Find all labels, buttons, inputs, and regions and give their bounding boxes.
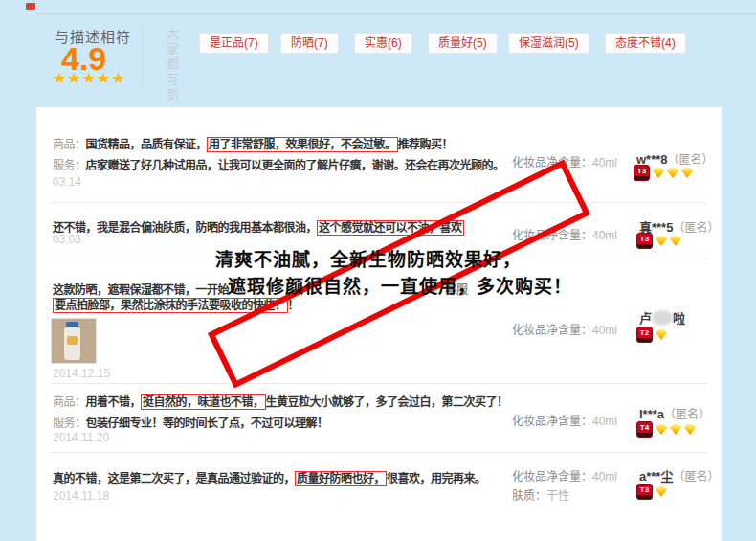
reviewer-id: a***尘 [639, 469, 673, 484]
diamond-icon [653, 168, 664, 178]
reviewer-name: l***a（匿名） [639, 405, 710, 421]
sku-spec: 化妆品净含量：40ml [512, 412, 617, 428]
review-text: 商品：国货精品，品质有保证，用了非常舒服，效果很好，不会过敏。推荐购买！ [53, 135, 453, 151]
diamond-icon [670, 236, 681, 246]
tag-quality-button[interactable]: 质量好(5) [428, 33, 498, 54]
reviewer-credit: T3 [634, 165, 693, 181]
highlighted-segment: 用了非常舒服，效果很好，不会过敏。 [207, 137, 398, 152]
review-date: 2014.12.15 [53, 367, 110, 380]
review-text: 还不错，我是混合偏油肤质，防晒的我用基本都很油，这个感觉就还可以不油，喜欢 [53, 218, 464, 235]
review-date: 03.14 [53, 175, 81, 189]
diamond-icon [656, 329, 667, 340]
reviewer-credit: T4 [636, 421, 696, 438]
badge-strip [637, 433, 652, 437]
review-photo-thumbnail[interactable] [51, 318, 97, 364]
review-segment: 这款防晒，遮瑕保湿都不错，一开始 [53, 283, 229, 297]
product-prefix: 商品： [53, 395, 86, 409]
row-divider [51, 202, 707, 203]
anonymous-label: （匿名） [664, 408, 710, 421]
top-divider [36, 13, 756, 14]
spec-value: 40ml [592, 324, 617, 337]
review-segment: 店家赠送了好几种试用品，让我可以更全面的了解片仔癀，谢谢。还会在再次光顾的。 [86, 159, 504, 172]
tag-attitude-button[interactable]: 态度不错(4) [605, 33, 686, 54]
everyone-mentions-note: 大家都写到 [163, 27, 181, 103]
review-text: 这款防晒，遮瑕保湿都不错，一开始 [53, 281, 229, 297]
spec-value: 40ml [592, 229, 617, 242]
vertical-divider [142, 24, 143, 85]
diamond-icon [684, 424, 696, 435]
review-segment: 还不错，我是混合偏油肤质，防晒的我用基本都很油， [53, 221, 317, 235]
tag-value-button[interactable]: 实惠(6) [354, 33, 412, 54]
spec-value: 40ml [592, 156, 617, 169]
service-prefix: 服务： [53, 417, 86, 430]
review-date: 2014.11.18 [53, 489, 109, 503]
row-divider [51, 452, 707, 453]
highlighted-segment: 质量好防晒也好， [295, 471, 387, 486]
spec-label: 化妆品净含量： [512, 470, 592, 484]
spec-value: 40ml [592, 470, 617, 484]
skin-type-spec: 肤质：干性 [512, 486, 569, 503]
badge-level: T2 [637, 327, 652, 338]
review-date: 2014.11.20 [53, 431, 109, 444]
taobao-level-badge: T2 [636, 327, 653, 343]
badge-strip [634, 176, 649, 180]
review-segment: 推荐购买！ [398, 138, 454, 151]
badge-strip [637, 495, 652, 499]
review-date: 03.03 [53, 233, 81, 246]
taobao-level-badge: T3 [634, 165, 650, 181]
badge-level: T3 [637, 234, 652, 244]
rating-stars-icon: ★★★★★ [53, 69, 126, 87]
diamond-icon [656, 236, 667, 246]
tag-sunscreen-button[interactable]: 防晒(7) [280, 33, 339, 54]
taobao-level-badge: T3 [636, 233, 653, 249]
review-segment: 生黄豆粒大小就够了，多了会过白，第二次买了！ [266, 395, 508, 409]
red-corner-mark [26, 3, 35, 10]
review-segment: 很喜欢，用完再来。 [387, 472, 486, 485]
reviewer-credit: T3 [636, 233, 681, 249]
spec-value: 40ml [592, 415, 617, 428]
diamond-icon [656, 424, 667, 435]
badge-level: T3 [637, 485, 652, 495]
reviewer-credit: T3 [636, 484, 667, 500]
badge-level: T3 [634, 166, 649, 176]
reviewer-id: 卢 [639, 311, 652, 326]
review-segment: 包装仔细专业！等的时间长了点，不过可以理解！ [86, 417, 328, 430]
tag-genuine-button[interactable]: 是正品(7) [199, 33, 269, 54]
spec-value: 干性 [546, 489, 569, 503]
anonymous-label: （匿名） [673, 470, 719, 484]
reviewer-id: 啦 [673, 311, 685, 326]
row-divider [51, 383, 707, 384]
diamond-icon [667, 168, 678, 178]
review-text: 商品：用着不错，挺自然的，味道也不错，生黄豆粒大小就够了，多了会过白，第二次买了… [53, 393, 508, 409]
diamond-icon [670, 424, 681, 435]
reviewer-id: l***a [639, 407, 664, 421]
badge-strip [637, 338, 652, 342]
review-segment: 国货精品，品质有保证， [86, 138, 208, 151]
sku-spec: 化妆品净含量：40ml [512, 321, 617, 337]
service-prefix: 服务： [53, 159, 86, 172]
blurred-name-mask [652, 310, 673, 326]
taobao-level-badge: T3 [636, 484, 653, 500]
review-text: 服务：店家赠送了好几种试用品，让我可以更全面的了解片仔癀，谢谢。还会在再次光顾的… [53, 156, 504, 172]
review-segment: 真的不错，这是第二次买了，是真品通过验证的， [53, 472, 295, 485]
diamond-icon [681, 168, 693, 178]
overlay-quote-line2: 遮瑕修颜很自然，一直使用，多次购买！ [228, 272, 572, 298]
tag-moisture-button[interactable]: 保湿滋润(5) [508, 33, 589, 54]
spec-label: 化妆品净含量： [512, 415, 592, 428]
review-text: 真的不错，这是第二次买了，是真品通过验证的，质量好防晒也好，很喜欢，用完再来。 [53, 469, 486, 485]
spec-label: 肤质： [512, 489, 546, 503]
overlay-quote-line1: 清爽不油腻，全新生物防晒效果好， [215, 245, 522, 271]
badge-level: T4 [637, 422, 652, 433]
reviewer-name: a***尘（匿名） [639, 466, 719, 485]
review-text: 服务：包装仔细专业！等的时间长了点，不过可以理解！ [53, 414, 328, 430]
diamond-icon [656, 486, 667, 497]
badge-strip [637, 244, 652, 248]
product-prefix: 商品： [53, 138, 86, 151]
reviewer-credit: T2 [636, 327, 667, 343]
sku-spec: 化妆品净含量：40ml [512, 467, 617, 484]
review-page: 与描述相符 4.9 ★★★★★ 大家都写到 是正品(7) 防晒(7) 实惠(6)… [0, 0, 756, 541]
taobao-level-badge: T4 [636, 421, 653, 438]
spec-label: 化妆品净含量： [512, 324, 592, 337]
bottle-label [67, 336, 78, 345]
review-segment: 用着不错， [86, 395, 142, 409]
